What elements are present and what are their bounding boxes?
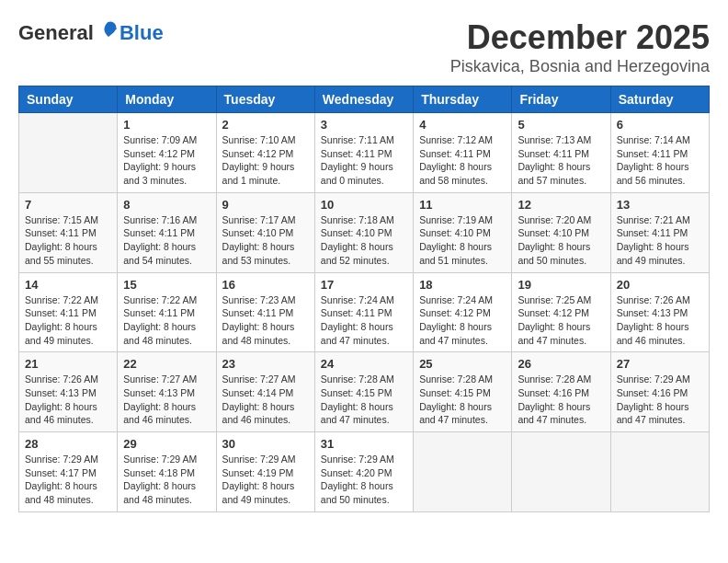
day-info: Sunrise: 7:28 AMSunset: 4:15 PMDaylight:… [321, 373, 407, 427]
day-header-tuesday: Tuesday [216, 86, 314, 113]
day-info: Sunrise: 7:13 AMSunset: 4:11 PMDaylight:… [518, 133, 604, 188]
calendar-cell: 11Sunrise: 7:19 AMSunset: 4:10 PMDayligh… [414, 192, 512, 272]
day-header-saturday: Saturday [610, 86, 709, 113]
day-info: Sunrise: 7:27 AMSunset: 4:13 PMDaylight:… [123, 373, 210, 427]
day-number: 21 [25, 357, 111, 371]
day-number: 17 [321, 278, 407, 292]
calendar-cell: 19Sunrise: 7:25 AMSunset: 4:12 PMDayligh… [512, 272, 610, 352]
day-info: Sunrise: 7:24 AMSunset: 4:11 PMDaylight:… [321, 293, 407, 348]
day-info: Sunrise: 7:29 AMSunset: 4:19 PMDaylight:… [222, 453, 309, 507]
calendar-cell: 15Sunrise: 7:22 AMSunset: 4:11 PMDayligh… [118, 272, 216, 352]
calendar-header-row: SundayMondayTuesdayWednesdayThursdayFrid… [19, 86, 710, 113]
calendar-cell [414, 432, 512, 512]
day-info: Sunrise: 7:19 AMSunset: 4:10 PMDaylight:… [419, 213, 506, 268]
calendar-cell: 26Sunrise: 7:28 AMSunset: 4:16 PMDayligh… [512, 352, 610, 432]
day-info: Sunrise: 7:20 AMSunset: 4:10 PMDaylight:… [518, 213, 604, 268]
day-number: 15 [123, 278, 210, 292]
day-number: 20 [617, 278, 703, 292]
day-info: Sunrise: 7:14 AMSunset: 4:11 PMDaylight:… [617, 133, 703, 188]
day-info: Sunrise: 7:27 AMSunset: 4:14 PMDaylight:… [222, 373, 309, 427]
calendar-cell: 3Sunrise: 7:11 AMSunset: 4:11 PMDaylight… [314, 113, 413, 193]
day-info: Sunrise: 7:18 AMSunset: 4:10 PMDaylight:… [321, 213, 407, 268]
calendar-cell: 5Sunrise: 7:13 AMSunset: 4:11 PMDaylight… [512, 113, 610, 193]
day-info: Sunrise: 7:26 AMSunset: 4:13 PMDaylight:… [617, 293, 703, 348]
month-title: December 2025 [450, 18, 710, 57]
day-number: 23 [222, 357, 309, 371]
day-number: 1 [123, 118, 210, 132]
day-info: Sunrise: 7:29 AMSunset: 4:20 PMDaylight:… [321, 453, 407, 507]
calendar-cell [512, 432, 610, 512]
calendar-cell: 20Sunrise: 7:26 AMSunset: 4:13 PMDayligh… [610, 272, 709, 352]
day-info: Sunrise: 7:26 AMSunset: 4:13 PMDaylight:… [25, 373, 111, 427]
calendar-cell: 14Sunrise: 7:22 AMSunset: 4:11 PMDayligh… [19, 272, 118, 352]
day-info: Sunrise: 7:21 AMSunset: 4:11 PMDaylight:… [617, 213, 703, 268]
day-header-thursday: Thursday [414, 86, 512, 113]
calendar-cell: 13Sunrise: 7:21 AMSunset: 4:11 PMDayligh… [610, 192, 709, 272]
day-number: 4 [419, 118, 506, 132]
day-number: 31 [321, 437, 407, 451]
day-number: 27 [617, 357, 703, 371]
day-number: 18 [419, 278, 506, 292]
day-number: 13 [617, 198, 703, 212]
calendar-cell [610, 432, 709, 512]
logo-general: General [18, 21, 94, 45]
day-number: 9 [222, 198, 309, 212]
calendar-cell: 12Sunrise: 7:20 AMSunset: 4:10 PMDayligh… [512, 192, 610, 272]
day-number: 5 [518, 118, 604, 132]
day-info: Sunrise: 7:24 AMSunset: 4:12 PMDaylight:… [419, 293, 506, 348]
calendar-cell: 8Sunrise: 7:16 AMSunset: 4:11 PMDaylight… [118, 192, 216, 272]
calendar-cell: 30Sunrise: 7:29 AMSunset: 4:19 PMDayligh… [216, 432, 314, 512]
calendar-cell: 25Sunrise: 7:28 AMSunset: 4:15 PMDayligh… [414, 352, 512, 432]
logo-bird-icon [96, 18, 121, 44]
calendar-cell: 1Sunrise: 7:09 AMSunset: 4:12 PMDaylight… [118, 113, 216, 193]
calendar-cell: 17Sunrise: 7:24 AMSunset: 4:11 PMDayligh… [314, 272, 413, 352]
day-info: Sunrise: 7:28 AMSunset: 4:16 PMDaylight:… [518, 373, 604, 427]
day-header-sunday: Sunday [19, 86, 118, 113]
day-number: 6 [617, 118, 703, 132]
logo: General Blue [18, 18, 164, 48]
calendar-cell: 23Sunrise: 7:27 AMSunset: 4:14 PMDayligh… [216, 352, 314, 432]
day-number: 19 [518, 278, 604, 292]
title-section: December 2025 Piskavica, Bosnia and Herz… [450, 18, 710, 76]
calendar-table: SundayMondayTuesdayWednesdayThursdayFrid… [18, 86, 710, 512]
calendar-cell: 18Sunrise: 7:24 AMSunset: 4:12 PMDayligh… [414, 272, 512, 352]
day-info: Sunrise: 7:29 AMSunset: 4:16 PMDaylight:… [617, 373, 703, 427]
calendar-cell: 4Sunrise: 7:12 AMSunset: 4:11 PMDaylight… [414, 113, 512, 193]
week-row-3: 14Sunrise: 7:22 AMSunset: 4:11 PMDayligh… [19, 272, 710, 352]
day-info: Sunrise: 7:22 AMSunset: 4:11 PMDaylight:… [25, 293, 111, 348]
calendar-cell: 21Sunrise: 7:26 AMSunset: 4:13 PMDayligh… [19, 352, 118, 432]
day-info: Sunrise: 7:22 AMSunset: 4:11 PMDaylight:… [123, 293, 210, 348]
day-info: Sunrise: 7:12 AMSunset: 4:11 PMDaylight:… [419, 133, 506, 188]
calendar-cell: 24Sunrise: 7:28 AMSunset: 4:15 PMDayligh… [314, 352, 413, 432]
calendar-cell: 2Sunrise: 7:10 AMSunset: 4:12 PMDaylight… [216, 113, 314, 193]
day-info: Sunrise: 7:23 AMSunset: 4:11 PMDaylight:… [222, 293, 309, 348]
day-info: Sunrise: 7:11 AMSunset: 4:11 PMDaylight:… [321, 133, 407, 188]
day-number: 14 [25, 278, 111, 292]
week-row-4: 21Sunrise: 7:26 AMSunset: 4:13 PMDayligh… [19, 352, 710, 432]
day-info: Sunrise: 7:25 AMSunset: 4:12 PMDaylight:… [518, 293, 604, 348]
calendar-cell: 10Sunrise: 7:18 AMSunset: 4:10 PMDayligh… [314, 192, 413, 272]
day-number: 8 [123, 198, 210, 212]
day-number: 25 [419, 357, 506, 371]
day-header-monday: Monday [118, 86, 216, 113]
day-info: Sunrise: 7:10 AMSunset: 4:12 PMDaylight:… [222, 133, 309, 188]
day-number: 26 [518, 357, 604, 371]
week-row-5: 28Sunrise: 7:29 AMSunset: 4:17 PMDayligh… [19, 432, 710, 512]
calendar-cell: 22Sunrise: 7:27 AMSunset: 4:13 PMDayligh… [118, 352, 216, 432]
day-number: 22 [123, 357, 210, 371]
page-header: General Blue December 2025 Piskavica, Bo… [18, 18, 710, 76]
calendar-cell [19, 113, 118, 193]
calendar-cell: 27Sunrise: 7:29 AMSunset: 4:16 PMDayligh… [610, 352, 709, 432]
day-number: 30 [222, 437, 309, 451]
day-header-friday: Friday [512, 86, 610, 113]
location-title: Piskavica, Bosnia and Herzegovina [450, 57, 710, 76]
calendar-cell: 31Sunrise: 7:29 AMSunset: 4:20 PMDayligh… [314, 432, 413, 512]
day-info: Sunrise: 7:28 AMSunset: 4:15 PMDaylight:… [419, 373, 506, 427]
day-number: 10 [321, 198, 407, 212]
day-info: Sunrise: 7:16 AMSunset: 4:11 PMDaylight:… [123, 213, 210, 268]
day-header-wednesday: Wednesday [314, 86, 413, 113]
day-number: 2 [222, 118, 309, 132]
day-info: Sunrise: 7:15 AMSunset: 4:11 PMDaylight:… [25, 213, 111, 268]
day-info: Sunrise: 7:29 AMSunset: 4:18 PMDaylight:… [123, 453, 210, 507]
calendar-cell: 28Sunrise: 7:29 AMSunset: 4:17 PMDayligh… [19, 432, 118, 512]
